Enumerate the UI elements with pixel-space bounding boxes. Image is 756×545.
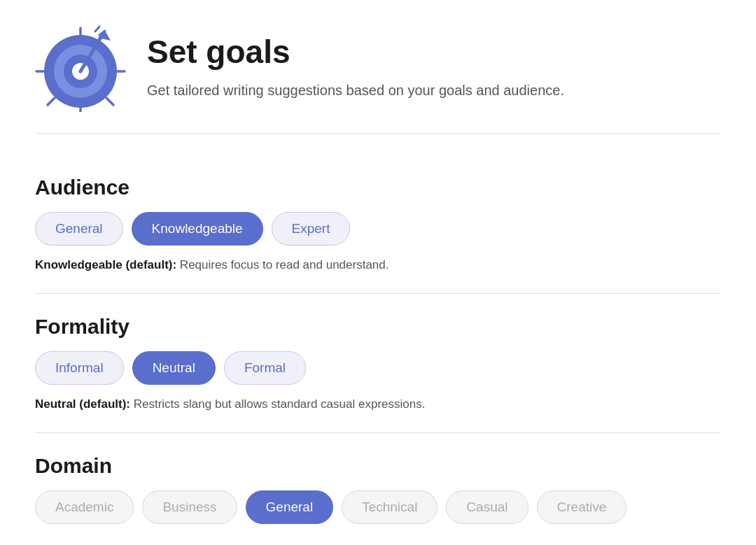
svg-line-11 <box>106 98 113 105</box>
page-container: Set goals Get tailored writing suggestio… <box>0 0 756 545</box>
page-subtitle: Get tailored writing suggestions based o… <box>147 80 564 100</box>
header-text: Set goals Get tailored writing suggestio… <box>147 33 564 100</box>
domain-creative-button[interactable]: Creative <box>537 490 627 524</box>
formality-label: Formality <box>35 315 721 339</box>
formality-description-bold: Neutral (default): <box>35 397 130 411</box>
domain-section: Domain Academic Business General Technic… <box>35 433 721 545</box>
target-icon <box>35 21 126 112</box>
audience-description-rest: Requires focus to read and understand. <box>176 258 388 271</box>
domain-buttons: Academic Business General Technical Casu… <box>35 490 721 524</box>
audience-expert-button[interactable]: Expert <box>272 212 351 246</box>
audience-section: Audience General Knowledgeable Expert Kn… <box>35 155 721 294</box>
audience-buttons: General Knowledgeable Expert <box>35 212 721 246</box>
audience-general-button[interactable]: General <box>35 212 123 246</box>
page-title: Set goals <box>147 33 564 71</box>
domain-general-button[interactable]: General <box>246 490 334 524</box>
premium-section: Go Premium Get customized suggestions fo… <box>35 537 721 545</box>
domain-business-button[interactable]: Business <box>142 490 237 524</box>
formality-neutral-button[interactable]: Neutral <box>132 351 216 385</box>
domain-academic-button[interactable]: Academic <box>35 490 134 524</box>
audience-description: Knowledgeable (default): Requires focus … <box>35 258 721 272</box>
formality-description-rest: Restricts slang but allows standard casu… <box>130 397 425 411</box>
formality-formal-button[interactable]: Formal <box>224 351 306 385</box>
audience-knowledgeable-button[interactable]: Knowledgeable <box>132 212 263 246</box>
domain-technical-button[interactable]: Technical <box>342 490 438 524</box>
header-section: Set goals Get tailored writing suggestio… <box>35 21 721 134</box>
domain-casual-button[interactable]: Casual <box>446 490 528 524</box>
formality-buttons: Informal Neutral Formal <box>35 351 721 385</box>
svg-line-12 <box>95 27 99 31</box>
formality-section: Formality Informal Neutral Formal Neutra… <box>35 294 721 433</box>
formality-informal-button[interactable]: Informal <box>35 351 124 385</box>
audience-description-bold: Knowledgeable (default): <box>35 258 176 271</box>
svg-line-10 <box>48 98 55 105</box>
formality-description: Neutral (default): Restricts slang but a… <box>35 397 721 411</box>
domain-label: Domain <box>35 454 721 478</box>
audience-label: Audience <box>35 176 721 199</box>
